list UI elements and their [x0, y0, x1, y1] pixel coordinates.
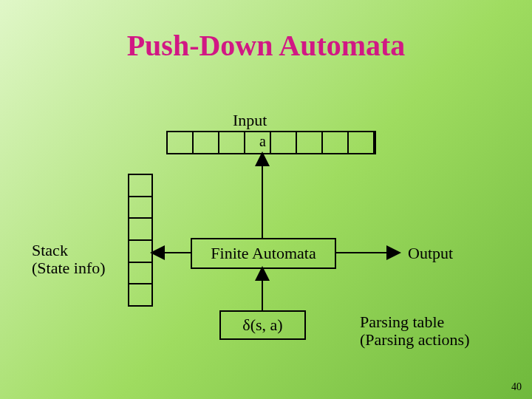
- arrow-tape-to-fa-icon: [251, 153, 273, 238]
- tape-cell: [219, 132, 245, 153]
- stack-cell: [129, 284, 151, 305]
- tape-cell: [323, 132, 349, 153]
- input-tape: a: [166, 131, 376, 154]
- stack-label-line1: Stack: [32, 241, 68, 259]
- stack-label: Stack (State info): [32, 242, 106, 277]
- finite-automata-box: Finite Automata: [191, 238, 336, 269]
- tape-cell: [349, 132, 375, 153]
- stack-cell: [129, 241, 151, 263]
- stack: [128, 174, 153, 307]
- stack-cell: [129, 263, 151, 285]
- stack-cell: [129, 175, 151, 197]
- input-symbol: a: [259, 133, 266, 150]
- input-label: Input: [233, 111, 267, 130]
- parsing-table-label: Parsing table (Parsing actions): [360, 313, 469, 349]
- tape-cell: [194, 132, 219, 153]
- parsing-table-line2: (Parsing actions): [360, 330, 469, 349]
- slide-title: Push-Down Automata: [0, 28, 532, 63]
- arrow-delta-to-fa-icon: [251, 267, 273, 310]
- stack-label-line2: (State info): [32, 259, 106, 277]
- output-label: Output: [408, 244, 453, 263]
- transition-function-box: δ(s, a): [219, 310, 306, 340]
- stack-cell: [129, 219, 151, 241]
- tape-cell: [271, 132, 297, 153]
- tape-cell: [297, 132, 323, 153]
- tape-cell: [245, 132, 271, 153]
- arrow-fa-to-output-icon: [335, 244, 400, 262]
- parsing-table-line1: Parsing table: [360, 313, 444, 331]
- slide-number: 40: [511, 381, 522, 393]
- arrow-fa-to-stack-icon: [151, 244, 192, 262]
- tape-cell: [168, 132, 194, 153]
- stack-cell: [129, 197, 151, 219]
